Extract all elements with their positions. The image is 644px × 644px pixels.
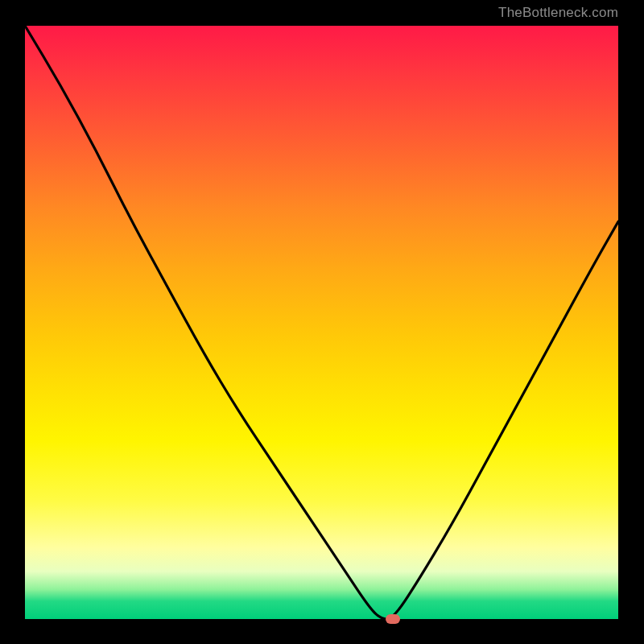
chart-root: TheBottleneck.com: [0, 0, 644, 644]
plot-area: [25, 26, 618, 619]
minimum-marker: [386, 614, 400, 624]
bottleneck-curve: [25, 26, 618, 619]
curve-path: [25, 26, 618, 619]
attribution-text: TheBottleneck.com: [498, 5, 618, 21]
